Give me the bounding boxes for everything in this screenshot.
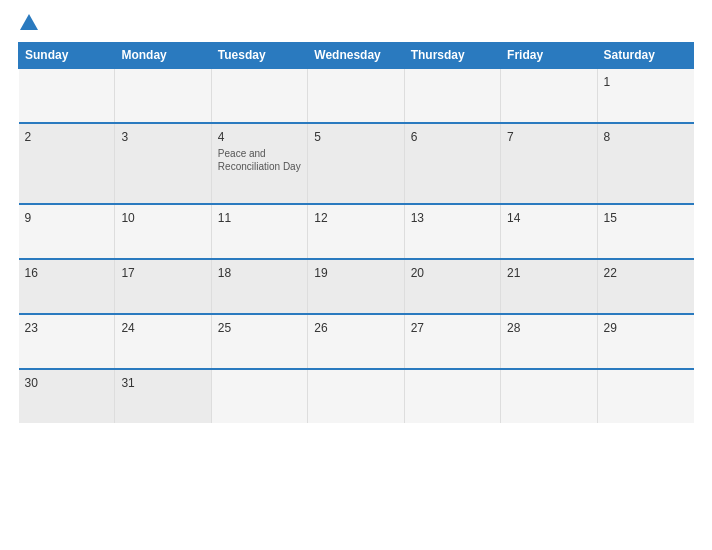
calendar-cell: 10 <box>115 204 211 259</box>
calendar-cell: 28 <box>501 314 597 369</box>
date-number: 1 <box>604 75 688 89</box>
date-number: 23 <box>25 321 109 335</box>
calendar-week-5: 3031 <box>19 369 694 423</box>
day-header-tuesday: Tuesday <box>211 43 307 69</box>
logo-triangle-icon <box>20 14 38 30</box>
calendar-cell: 23 <box>19 314 115 369</box>
calendar-cell: 5 <box>308 123 404 204</box>
calendar-cell: 13 <box>404 204 500 259</box>
day-header-monday: Monday <box>115 43 211 69</box>
calendar-cell: 14 <box>501 204 597 259</box>
date-number: 11 <box>218 211 301 225</box>
calendar-cell <box>115 68 211 123</box>
date-number: 29 <box>604 321 688 335</box>
calendar-cell <box>308 369 404 423</box>
calendar-week-4: 23242526272829 <box>19 314 694 369</box>
calendar-cell: 2 <box>19 123 115 204</box>
date-number: 22 <box>604 266 688 280</box>
date-number: 30 <box>25 376 109 390</box>
date-number: 19 <box>314 266 397 280</box>
country-label <box>604 16 694 20</box>
calendar-header-row: SundayMondayTuesdayWednesdayThursdayFrid… <box>19 43 694 69</box>
calendar-header <box>18 16 694 32</box>
calendar-week-2: 9101112131415 <box>19 204 694 259</box>
logo <box>18 16 38 32</box>
date-number: 26 <box>314 321 397 335</box>
calendar-body: 1234Peace and Reconciliation Day56789101… <box>19 68 694 423</box>
calendar-cell: 9 <box>19 204 115 259</box>
calendar-week-3: 16171819202122 <box>19 259 694 314</box>
calendar-cell: 24 <box>115 314 211 369</box>
date-number: 27 <box>411 321 494 335</box>
date-number: 5 <box>314 130 397 144</box>
calendar-cell <box>404 68 500 123</box>
calendar-cell <box>501 369 597 423</box>
calendar-cell <box>501 68 597 123</box>
date-number: 18 <box>218 266 301 280</box>
calendar-cell: 26 <box>308 314 404 369</box>
calendar-cell: 3 <box>115 123 211 204</box>
calendar-cell <box>597 369 693 423</box>
calendar-cell: 12 <box>308 204 404 259</box>
calendar-cell: 16 <box>19 259 115 314</box>
date-number: 4 <box>218 130 301 144</box>
calendar-week-1: 234Peace and Reconciliation Day5678 <box>19 123 694 204</box>
calendar-cell <box>19 68 115 123</box>
date-number: 17 <box>121 266 204 280</box>
calendar-cell: 20 <box>404 259 500 314</box>
calendar-cell: 25 <box>211 314 307 369</box>
date-number: 16 <box>25 266 109 280</box>
date-number: 21 <box>507 266 590 280</box>
calendar-cell: 19 <box>308 259 404 314</box>
calendar-cell <box>211 68 307 123</box>
date-number: 8 <box>604 130 688 144</box>
day-header-saturday: Saturday <box>597 43 693 69</box>
date-number: 7 <box>507 130 590 144</box>
date-number: 9 <box>25 211 109 225</box>
date-number: 25 <box>218 321 301 335</box>
calendar-cell: 31 <box>115 369 211 423</box>
date-number: 10 <box>121 211 204 225</box>
calendar-table: SundayMondayTuesdayWednesdayThursdayFrid… <box>18 42 694 423</box>
calendar-cell: 18 <box>211 259 307 314</box>
date-number: 13 <box>411 211 494 225</box>
date-number: 15 <box>604 211 688 225</box>
date-number: 20 <box>411 266 494 280</box>
calendar-cell <box>404 369 500 423</box>
date-number: 3 <box>121 130 204 144</box>
date-number: 24 <box>121 321 204 335</box>
calendar-cell: 22 <box>597 259 693 314</box>
calendar-cell: 7 <box>501 123 597 204</box>
calendar-cell: 1 <box>597 68 693 123</box>
day-header-friday: Friday <box>501 43 597 69</box>
date-number: 6 <box>411 130 494 144</box>
day-header-wednesday: Wednesday <box>308 43 404 69</box>
date-number: 12 <box>314 211 397 225</box>
calendar-cell: 17 <box>115 259 211 314</box>
holiday-label: Peace and Reconciliation Day <box>218 147 301 173</box>
calendar-week-0: 1 <box>19 68 694 123</box>
calendar-cell: 6 <box>404 123 500 204</box>
date-number: 2 <box>25 130 109 144</box>
calendar-cell: 15 <box>597 204 693 259</box>
calendar-cell: 21 <box>501 259 597 314</box>
day-header-thursday: Thursday <box>404 43 500 69</box>
calendar-cell: 29 <box>597 314 693 369</box>
date-number: 31 <box>121 376 204 390</box>
date-number: 28 <box>507 321 590 335</box>
calendar-cell: 4Peace and Reconciliation Day <box>211 123 307 204</box>
calendar-wrapper: SundayMondayTuesdayWednesdayThursdayFrid… <box>0 0 712 550</box>
calendar-cell <box>211 369 307 423</box>
day-header-sunday: Sunday <box>19 43 115 69</box>
calendar-cell: 27 <box>404 314 500 369</box>
calendar-cell: 8 <box>597 123 693 204</box>
calendar-cell: 11 <box>211 204 307 259</box>
date-number: 14 <box>507 211 590 225</box>
calendar-cell: 30 <box>19 369 115 423</box>
calendar-cell <box>308 68 404 123</box>
